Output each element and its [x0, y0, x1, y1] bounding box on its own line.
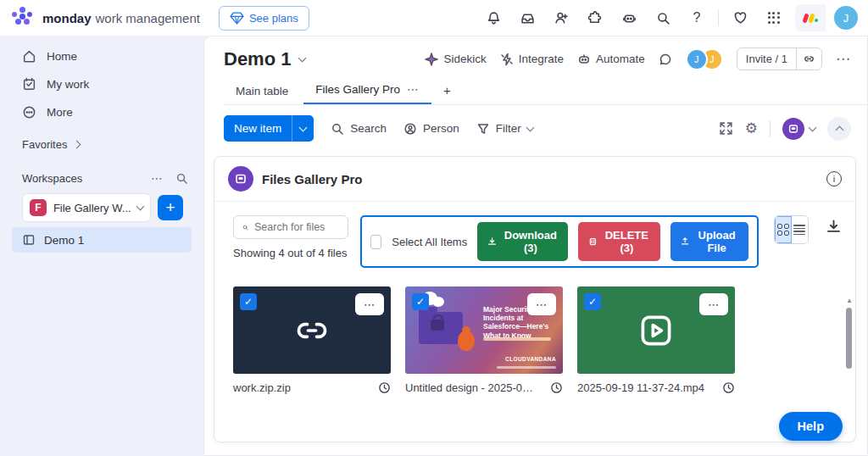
monday-logo-icon[interactable]	[12, 7, 34, 29]
new-item-button[interactable]: New item	[224, 115, 314, 142]
file-menu-icon[interactable]: ⋯	[527, 293, 556, 315]
chevron-up-icon	[835, 125, 843, 134]
file-card[interactable]: ✓ ⋯ work.zip.zip	[233, 286, 391, 394]
favorites-toggle[interactable]: Favorites	[0, 126, 203, 159]
upload-icon	[681, 236, 689, 247]
brand-product: work management	[96, 11, 200, 25]
help-icon[interactable]: ?	[684, 5, 709, 31]
board-icon	[22, 233, 36, 247]
board-chat-icon[interactable]	[659, 53, 672, 66]
sidebar-item-my-work[interactable]: My work	[0, 70, 203, 98]
top-bar: monday work management See plans ? J	[0, 0, 868, 36]
help-button[interactable]: Help	[779, 412, 843, 441]
automate-button[interactable]: Automate	[577, 53, 645, 66]
list-view-button[interactable]	[792, 216, 808, 243]
integrate-button[interactable]: Integrate	[500, 53, 564, 66]
plus-glyph: +	[443, 83, 451, 97]
sidebar-item-home[interactable]: Home	[0, 42, 203, 70]
download-all-icon[interactable]	[826, 219, 842, 238]
file-thumbnail[interactable]: Major Security Incidents at Salesforce—H…	[405, 286, 563, 374]
apps-grid-icon[interactable]	[761, 5, 787, 31]
tab-label: Main table	[236, 85, 288, 97]
sidebar-board-demo1[interactable]: Demo 1	[12, 227, 192, 253]
scrollbar-thumb[interactable]	[846, 308, 852, 369]
play-icon	[637, 312, 675, 349]
grid-icon	[777, 224, 789, 236]
tab-options-icon[interactable]: ⋯	[407, 82, 420, 96]
see-plans-button[interactable]: See plans	[219, 6, 309, 31]
widget-scrollbar[interactable]: ▲	[846, 297, 853, 424]
grid-view-button[interactable]	[775, 216, 791, 243]
sidekick-button[interactable]: Sidekick	[425, 53, 486, 66]
home-icon	[22, 49, 36, 64]
workspaces-menu-icon[interactable]: ⋯	[151, 171, 164, 185]
file-search-box[interactable]	[233, 215, 348, 239]
person-filter-button[interactable]: Person	[403, 122, 459, 136]
tab-files-gallery-pro[interactable]: Files Gallery Pro ⋯	[303, 75, 431, 104]
add-view-button[interactable]: +	[435, 76, 459, 104]
file-checkbox[interactable]: ✓	[240, 293, 257, 310]
select-all-label: Select All Items	[392, 236, 467, 248]
file-menu-icon[interactable]: ⋯	[355, 293, 384, 315]
file-checkbox[interactable]: ✓	[412, 293, 429, 310]
clock-icon[interactable]	[722, 381, 735, 394]
invite-members-icon[interactable]	[548, 5, 574, 31]
view-app-chip[interactable]	[782, 118, 815, 140]
clock-icon[interactable]	[378, 381, 391, 394]
main-panel: Demo 1 Sidekick Integrate Automate J J	[203, 36, 868, 456]
chevron-down-icon	[809, 123, 817, 131]
file-card[interactable]: ✓ ⋯ 2025-09-19 11-37-24.mp4	[577, 286, 735, 394]
inbox-icon[interactable]	[515, 5, 540, 31]
settings-gear-icon[interactable]: ⚙	[745, 120, 758, 137]
scroll-up-icon[interactable]: ▲	[846, 297, 853, 305]
file-thumbnail[interactable]: ✓ ⋯	[233, 286, 391, 374]
gem-icon	[230, 11, 244, 25]
filter-button[interactable]: Filter	[476, 122, 533, 136]
file-thumbnail[interactable]: ✓ ⋯	[577, 286, 735, 374]
workspaces-search-icon[interactable]	[175, 172, 188, 185]
board-menu-icon[interactable]: ⋯	[836, 50, 851, 68]
board-members-avatars[interactable]: J J	[686, 48, 723, 70]
calendar-check-icon	[22, 77, 36, 92]
search-icon[interactable]	[650, 5, 676, 31]
assistant-robot-icon[interactable]	[616, 5, 642, 31]
more-glyph: ⋯	[536, 298, 548, 311]
whats-new-heart-icon[interactable]	[727, 5, 753, 31]
files-gallery-app-icon	[782, 118, 804, 140]
notifications-bell-icon[interactable]	[481, 5, 506, 31]
info-icon[interactable]: i	[826, 171, 842, 186]
file-search-input[interactable]	[254, 221, 339, 233]
view-tabs: Main table Files Gallery Pro ⋯ +	[224, 75, 868, 105]
user-avatar[interactable]: J	[834, 6, 858, 30]
chevron-down-icon	[136, 203, 145, 211]
workspace-badge: F	[30, 199, 47, 216]
upload-label: Upload File	[695, 229, 738, 254]
file-menu-icon[interactable]: ⋯	[699, 293, 728, 315]
add-workspace-button[interactable]: +	[158, 195, 183, 220]
collapse-header-button[interactable]	[827, 117, 851, 141]
file-card[interactable]: Major Security Incidents at Salesforce—H…	[405, 286, 563, 394]
see-plans-label: See plans	[249, 12, 298, 25]
sidebar-item-label: My work	[47, 78, 89, 91]
fullscreen-icon[interactable]	[719, 121, 733, 136]
delete-selected-button[interactable]: DELETE (3)	[578, 222, 659, 261]
tab-label: Files Gallery Pro	[315, 83, 400, 96]
thumbnail-subline	[483, 337, 551, 341]
file-checkbox[interactable]: ✓	[584, 293, 601, 310]
upload-file-button[interactable]: Upload File	[670, 222, 749, 261]
marketplace-icon[interactable]	[582, 5, 608, 31]
select-all-checkbox[interactable]	[370, 235, 381, 249]
tab-main-table[interactable]: Main table	[224, 78, 300, 104]
invite-button[interactable]: Invite / 1	[737, 47, 822, 70]
copy-link-icon[interactable]	[796, 48, 821, 70]
folder-lock-graphic	[419, 312, 463, 344]
workspace-selector[interactable]: F File Gallery W...	[22, 193, 151, 222]
sidebar-item-more[interactable]: More	[0, 98, 203, 126]
member-avatar: J	[686, 48, 708, 70]
download-selected-button[interactable]: Download (3)	[477, 222, 568, 261]
product-switcher[interactable]	[795, 4, 826, 31]
board-search-button[interactable]: Search	[331, 122, 387, 136]
board-title[interactable]: Demo 1	[224, 48, 305, 70]
new-item-dropdown[interactable]	[292, 115, 314, 142]
clock-icon[interactable]	[550, 381, 563, 394]
